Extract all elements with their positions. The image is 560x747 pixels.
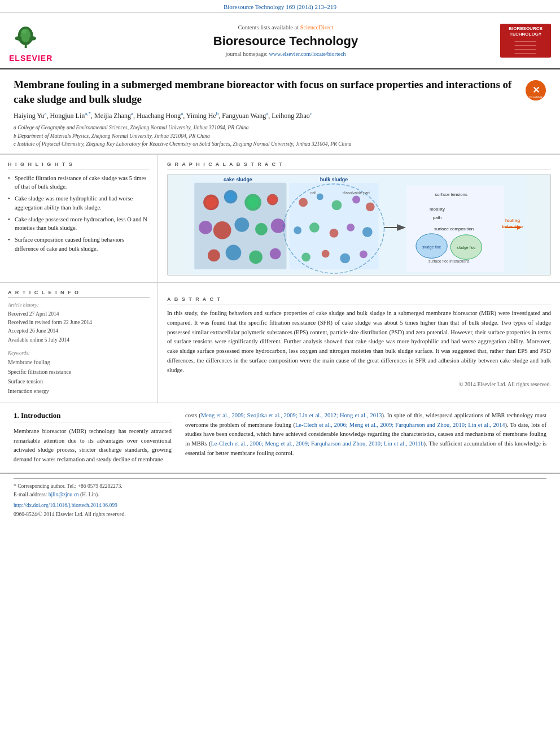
- svg-point-37: [309, 222, 320, 233]
- article-dates: Received 27 April 2014 Received in revis…: [8, 310, 150, 344]
- intro-left-col: 1. Introduction Membrane bioreactor (MBR…: [14, 411, 172, 465]
- svg-point-31: [299, 198, 308, 207]
- intro-text-right: costs (Meng et al., 2009; Svojitka et al…: [185, 411, 546, 458]
- graphical-abstract-image: cake sludge: [167, 174, 551, 276]
- copyright-line: © 2014 Elsevier Ltd. All rights reserved…: [167, 381, 551, 387]
- article-header: Membrane fouling in a submerged membrane…: [0, 69, 560, 154]
- keyword-item: Surface tension: [8, 377, 150, 386]
- svg-text:behaviour: behaviour: [502, 224, 523, 229]
- svg-text:bulk sludge: bulk sludge: [320, 177, 348, 182]
- crossmark-badge[interactable]: ✕ CrossMark: [525, 80, 546, 101]
- svg-point-42: [322, 250, 330, 258]
- svg-point-15: [226, 193, 235, 202]
- affiliation-c: c Institute of Physical Chemistry, Zheji…: [14, 140, 546, 148]
- elsevier-tree-icon: [9, 19, 43, 53]
- email-link[interactable]: hjlin@zjnu.cn: [49, 492, 79, 497]
- keyword-item: Specific filtration resistance: [8, 367, 150, 377]
- ref-leclech2006[interactable]: Le-Clech et al., 2006; Meng et al., 2009…: [295, 422, 505, 428]
- intro-text-left: Membrane bioreactor (MBR) technology has…: [14, 427, 172, 465]
- article-info-section: A R T I C L E I N F O Article history: R…: [0, 283, 158, 403]
- svg-point-41: [301, 252, 310, 261]
- svg-text:✕: ✕: [532, 85, 540, 95]
- svg-text:cell: cell: [310, 191, 317, 195]
- svg-text:CrossMark: CrossMark: [529, 95, 543, 99]
- svg-point-23: [255, 223, 268, 235]
- svg-text:sludge floc: sludge floc: [457, 246, 476, 251]
- svg-text:mobility: mobility: [430, 207, 445, 212]
- contents-available-line: Contents lists available at ScienceDirec…: [77, 24, 495, 30]
- highlights-graphical-row: H I G H L I G H T S Specific filtration …: [0, 154, 560, 282]
- svg-point-25: [208, 250, 220, 262]
- article-info-abstract-row: A R T I C L E I N F O Article history: R…: [0, 282, 560, 403]
- article-info-heading: A R T I C L E I N F O: [8, 290, 150, 298]
- highlight-item: Cake sludge possessed more hydrocarbon, …: [8, 215, 150, 232]
- svg-point-5: [21, 29, 27, 34]
- svg-point-13: [205, 197, 217, 208]
- bioresource-logo-box-area: BIORESOURCE TECHNOLOGY ───────── ───────…: [495, 24, 551, 58]
- article-title: Membrane fouling in a submerged membrane…: [14, 77, 525, 106]
- received-date: Received 27 April 2014: [8, 310, 150, 318]
- svg-point-4: [29, 36, 36, 41]
- email-line: E-mail address: hjlin@zjnu.cn (H. Lin).: [14, 491, 546, 499]
- svg-point-3: [15, 36, 22, 41]
- graphical-abstract-svg: cake sludge: [168, 174, 550, 275]
- journal-title: Bioresource Technology: [77, 34, 495, 49]
- keyword-item: Interaction energy: [8, 386, 150, 396]
- svg-point-33: [332, 200, 342, 211]
- keywords-label: Keywords:: [8, 350, 150, 356]
- abstract-heading: A B S T R A C T: [167, 296, 551, 304]
- corresponding-author: * Corresponding author. Tel.: +86 0579 8…: [14, 482, 546, 491]
- journal-homepage: journal homepage: www.elsevier.com/locat…: [77, 51, 495, 57]
- svg-point-40: [362, 227, 373, 237]
- intro-right-col: costs (Meng et al., 2009; Svojitka et al…: [185, 411, 546, 465]
- intro-heading: 1. Introduction: [14, 411, 172, 422]
- introduction-section: 1. Introduction Membrane bioreactor (MBR…: [0, 403, 560, 473]
- ref-meng2009[interactable]: Meng et al., 2009; Svojitka et al., 2009…: [201, 412, 382, 418]
- affiliation-b: b Department of Materials Physics, Zheji…: [14, 132, 546, 140]
- svg-point-35: [366, 202, 375, 211]
- svg-text:fouling: fouling: [505, 218, 520, 223]
- homepage-link[interactable]: www.elsevier.com/locate/biortech: [269, 51, 346, 57]
- svg-point-21: [213, 221, 231, 239]
- issn-line: 0960-8524/© 2014 Elsevier Ltd. All right…: [14, 510, 546, 519]
- svg-point-32: [317, 194, 323, 200]
- svg-point-26: [226, 245, 242, 261]
- svg-point-17: [247, 197, 259, 208]
- svg-text:cake sludge: cake sludge: [224, 177, 252, 182]
- article-title-row: Membrane fouling in a submerged membrane…: [14, 77, 546, 106]
- bioresource-logo: BIORESOURCE TECHNOLOGY ───────── ───────…: [500, 24, 551, 58]
- sciencedirect-link[interactable]: ScienceDirect: [300, 24, 334, 30]
- graphical-abstract-section: G R A P H I C A L A B S T R A C T cake s…: [158, 155, 560, 282]
- keywords-section: Keywords: Membrane fouling Specific filt…: [8, 350, 150, 396]
- svg-text:path: path: [433, 215, 441, 220]
- svg-point-19: [269, 196, 277, 204]
- svg-point-34: [352, 196, 360, 204]
- authors-list: Haiying Yua, Hongjun Lina,*, Meijia Zhan…: [14, 111, 546, 120]
- footnote-divider: [14, 478, 546, 479]
- journal-reference: Bioresource Technology 169 (2014) 213–21…: [0, 0, 560, 13]
- svg-text:surface tensions: surface tensions: [435, 192, 467, 197]
- highlight-item: Specific filtration resistance of cake s…: [8, 174, 150, 191]
- svg-point-22: [234, 217, 249, 232]
- highlights-heading: H I G H L I G H T S: [8, 161, 150, 169]
- crossmark-icon: ✕ CrossMark: [525, 80, 546, 101]
- abstract-text: In this study, the fouling behaviors and…: [167, 309, 551, 375]
- svg-point-24: [271, 219, 286, 233]
- svg-text:surface composition: surface composition: [434, 226, 474, 231]
- highlights-section: H I G H L I G H T S Specific filtration …: [0, 155, 158, 282]
- highlight-item: Surface composition caused fouling behav…: [8, 235, 150, 252]
- highlight-item: Cake sludge was more hydrophilic and had…: [8, 194, 150, 211]
- online-date: Available online 5 July 2014: [8, 336, 150, 344]
- svg-point-38: [330, 229, 339, 238]
- svg-point-43: [340, 253, 350, 263]
- accepted-date: Accepted 26 June 2014: [8, 327, 150, 335]
- graphical-abstract-heading: G R A P H I C A L A B S T R A C T: [167, 161, 551, 169]
- svg-text:sludge floc: sludge floc: [422, 245, 441, 250]
- journal-center-info: Contents lists available at ScienceDirec…: [77, 24, 495, 57]
- highlights-list: Specific filtration resistance of cake s…: [8, 174, 150, 253]
- svg-point-28: [270, 248, 281, 260]
- footnote-section: * Corresponding author. Tel.: +86 0579 8…: [0, 473, 560, 522]
- ref-leclech2006b[interactable]: Le-Clech et al., 2006; Meng et al., 2009…: [211, 440, 423, 447]
- keywords-list: Membrane fouling Specific filtration res…: [8, 357, 150, 396]
- svg-point-20: [199, 221, 212, 234]
